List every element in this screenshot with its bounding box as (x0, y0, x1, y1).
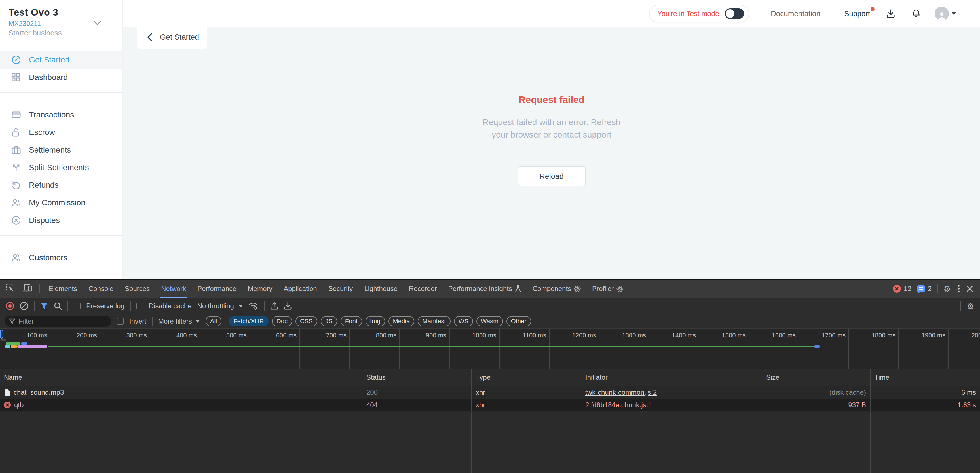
chip-img[interactable]: Img (366, 316, 385, 326)
workspace-switcher[interactable]: Test Ovo 3 MX230211 Starter business (0, 0, 123, 37)
tab-console[interactable]: Console (83, 280, 119, 298)
sidebar-item-refunds[interactable]: Refunds (0, 177, 123, 194)
sidebar-item-label: Disputes (29, 216, 60, 225)
chip-js[interactable]: JS (321, 316, 337, 326)
column-header-size[interactable]: Size (762, 369, 870, 385)
export-har-icon[interactable] (284, 302, 292, 310)
console-issues-badge[interactable]: 2 (917, 285, 932, 293)
divider (937, 284, 938, 293)
chevron-down-icon (196, 320, 200, 323)
tab-lighthouse[interactable]: Lighthouse (358, 280, 403, 298)
column-header-time[interactable]: Time (870, 369, 980, 385)
network-filter-row: Invert More filters All Fetch/XHR Doc CS… (0, 314, 980, 328)
request-status: 404 (363, 399, 472, 411)
network-overview-timeline[interactable]: 100 ms 200 ms 300 ms 400 ms 500 ms 600 m… (0, 328, 980, 369)
tab-application[interactable]: Application (278, 280, 322, 298)
divider (225, 317, 226, 326)
chip-css[interactable]: CSS (296, 316, 317, 326)
sidebar-item-label: Transactions (29, 110, 74, 119)
chip-ws[interactable]: WS (454, 316, 473, 326)
chip-all[interactable]: All (205, 316, 221, 326)
sidebar-nav: Get Started Dashboard Transactions Escro… (0, 51, 123, 266)
filter-funnel-icon (9, 319, 15, 324)
chip-other[interactable]: Other (506, 316, 531, 326)
sidebar-item-get-started[interactable]: Get Started (0, 51, 123, 68)
file-icon (4, 389, 10, 396)
column-header-status[interactable]: Status (363, 369, 472, 385)
tick-label: 900 ms (407, 332, 446, 339)
tab-components[interactable]: Components (527, 280, 586, 298)
column-header-initiator[interactable]: Initiator (581, 369, 762, 385)
tab-security[interactable]: Security (323, 280, 359, 298)
sidebar-item-my-commission[interactable]: My Commission (0, 194, 123, 212)
request-size: 937 B (762, 399, 870, 411)
search-icon[interactable] (54, 302, 62, 310)
chip-manifest[interactable]: Manifest (418, 316, 450, 326)
throttling-select[interactable]: No throttling (197, 302, 243, 310)
console-errors-badge[interactable]: 12 (893, 285, 912, 293)
filter-input[interactable] (19, 317, 107, 325)
tab-recorder[interactable]: Recorder (403, 280, 443, 298)
sidebar-item-transactions[interactable]: Transactions (0, 106, 123, 124)
sidebar-item-customers[interactable]: Customers (0, 249, 123, 266)
tick-label: 1800 ms (856, 332, 896, 339)
sidebar-item-disputes[interactable]: Disputes (0, 212, 123, 229)
sidebar-item-dashboard[interactable]: Dashboard (0, 68, 123, 86)
chevron-down-icon (239, 304, 243, 307)
import-har-icon[interactable] (270, 302, 278, 310)
sidebar-item-escrow[interactable]: Escrow (0, 124, 123, 141)
record-network-log-icon[interactable] (6, 302, 14, 310)
tick-label: 1600 ms (756, 332, 796, 339)
filter-toggle-icon[interactable] (40, 302, 48, 310)
devtools-menu-icon[interactable] (957, 284, 961, 293)
chip-wasm[interactable]: Wasm (476, 316, 503, 326)
tick-label: 1500 ms (706, 332, 746, 339)
tick-label: 500 ms (207, 332, 247, 339)
tab-memory[interactable]: Memory (242, 280, 278, 298)
chip-font[interactable]: Font (340, 316, 362, 326)
network-conditions-icon[interactable] (249, 302, 258, 310)
column-header-type[interactable]: Type (472, 369, 581, 385)
chip-doc[interactable]: Doc (272, 316, 292, 326)
reload-button[interactable]: Reload (517, 166, 585, 186)
column-header-name[interactable]: Name (0, 369, 363, 385)
error-icon (4, 401, 11, 408)
chip-media[interactable]: Media (388, 316, 415, 326)
inspect-element-icon[interactable] (6, 283, 15, 294)
invert-checkbox[interactable] (117, 318, 124, 325)
devtools-settings-gear-icon[interactable]: ⚙ (943, 284, 951, 294)
invert-label: Invert (129, 317, 146, 325)
tab-profiler[interactable]: Profiler (586, 280, 629, 298)
divider (34, 301, 35, 311)
more-filters-button[interactable]: More filters (158, 317, 200, 325)
tab-elements[interactable]: Elements (43, 280, 83, 298)
tick-label: 200 ms (57, 332, 97, 339)
sidebar-item-split-settlements[interactable]: Split-Settlements (0, 159, 123, 177)
preserve-log-checkbox[interactable] (74, 303, 81, 309)
overview-window-handle[interactable] (0, 330, 3, 339)
error-block: Request failed Request failed with an er… (123, 0, 980, 186)
request-name: qtb (14, 401, 24, 409)
devtools-close-icon[interactable] (966, 285, 973, 292)
initiator-link[interactable]: 2.fd8b184e.chunk.js:1 (585, 401, 652, 409)
tab-performance[interactable]: Performance (192, 280, 242, 298)
x-circle-icon (11, 215, 21, 225)
error-line1: Request failed with an error. Refresh (123, 116, 980, 129)
compass-icon (11, 55, 21, 65)
network-settings-gear-icon[interactable]: ⚙ (967, 301, 974, 311)
device-toolbar-icon[interactable] (23, 283, 32, 294)
disable-cache-checkbox[interactable] (137, 303, 143, 309)
sidebar-item-label: Customers (29, 253, 67, 262)
tab-performance-insights[interactable]: Performance insights (443, 280, 527, 298)
clear-network-log-icon[interactable] (20, 302, 29, 310)
chevron-down-icon[interactable] (94, 17, 101, 27)
tab-sources[interactable]: Sources (119, 280, 155, 298)
chip-fetch-xhr[interactable]: Fetch/XHR (229, 316, 269, 326)
initiator-link[interactable]: twk-chunk-common.js:2 (585, 389, 657, 397)
tab-network[interactable]: Network (155, 280, 192, 298)
sidebar-item-settlements[interactable]: Settlements (0, 141, 123, 159)
sidebar-item-label: Refunds (29, 181, 59, 190)
table-row[interactable]: chat_sound.mp3 200 xhr twk-chunk-common.… (0, 386, 980, 399)
table-row[interactable]: qtb 404 xhr 2.fd8b184e.chunk.js:1 937 B … (0, 399, 980, 411)
divider (0, 236, 123, 236)
